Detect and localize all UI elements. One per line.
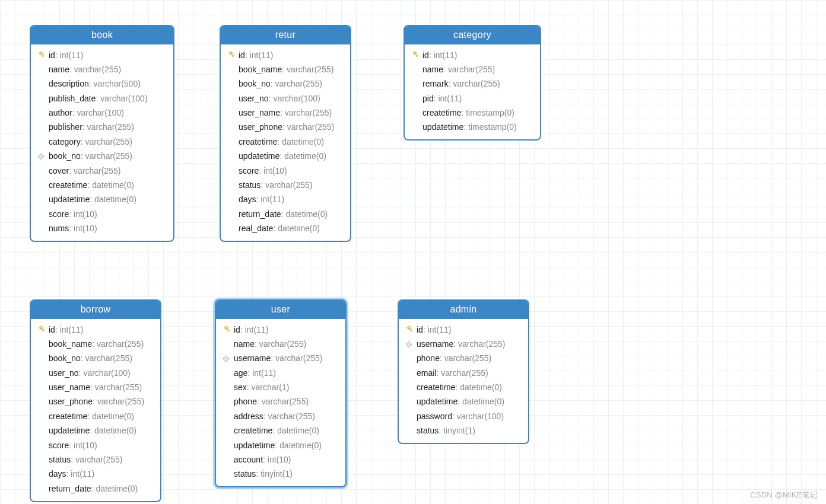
table-header[interactable]: category [405, 26, 540, 44]
column-type: : int(11) [66, 470, 94, 479]
column-name: name [422, 65, 443, 74]
column-name: createtime [49, 412, 87, 421]
column-row[interactable]: publisher: varchar(255) [36, 120, 167, 135]
column-row[interactable]: category: varchar(255) [36, 135, 167, 149]
column-type: : int(11) [423, 326, 451, 334]
column-row[interactable]: days: int(11) [36, 467, 154, 481]
column-row[interactable]: pid: int(11) [409, 91, 534, 106]
column-row[interactable]: book_no: varchar(255) [36, 149, 167, 164]
column-row[interactable]: createtime: datetime(0) [36, 178, 167, 193]
column-row[interactable]: user_no: varchar(100) [225, 91, 344, 106]
column-row[interactable]: nums: int(10) [36, 222, 167, 236]
column-row[interactable]: real_date: datetime(0) [225, 222, 344, 236]
column-type: : int(11) [256, 195, 284, 204]
table-borrow[interactable]: borrowid: int(11)book_name: varchar(255)… [30, 299, 161, 502]
column-row[interactable]: score: int(10) [36, 207, 167, 221]
column-row[interactable]: id: int(11) [221, 323, 339, 337]
svg-marker-4 [38, 154, 44, 160]
column-row[interactable]: password: varchar(100) [404, 409, 522, 423]
column-row[interactable]: user_phone: varchar(255) [36, 395, 154, 409]
column-row[interactable]: user_name: varchar(255) [225, 106, 344, 120]
index-icon [36, 153, 46, 160]
column-row[interactable]: book_no: varchar(255) [225, 77, 344, 91]
column-name: publish_date [49, 94, 96, 103]
column-row[interactable]: sex: varchar(1) [221, 381, 339, 395]
column-row[interactable]: name: varchar(255) [409, 62, 534, 76]
column-name: book_no [49, 152, 81, 161]
column-row[interactable]: email: varchar(255) [404, 366, 522, 380]
column-row[interactable]: days: int(11) [225, 193, 344, 207]
column-row[interactable]: user_phone: varchar(255) [225, 120, 344, 135]
column-type: : tinyint(1) [439, 426, 475, 435]
column-row[interactable]: updatetime: datetime(0) [225, 149, 344, 164]
column-name: author [49, 109, 72, 117]
column-row[interactable]: name: varchar(255) [36, 62, 167, 76]
column-type: : int(11) [429, 51, 457, 60]
column-row[interactable]: cover: varchar(255) [36, 164, 167, 178]
column-row[interactable]: user_name: varchar(255) [36, 381, 154, 395]
column-type: : varchar(255) [271, 354, 322, 363]
column-row[interactable]: createtime: datetime(0) [36, 409, 154, 423]
column-row[interactable]: return_date: datetime(0) [36, 481, 154, 496]
column-row[interactable]: user_no: varchar(100) [36, 366, 154, 380]
column-row[interactable]: createtime: datetime(0) [225, 135, 344, 149]
column-name: name [234, 340, 255, 349]
column-row[interactable]: updatetime: datetime(0) [221, 438, 339, 452]
index-icon [404, 341, 414, 348]
column-row[interactable]: address: varchar(255) [221, 409, 339, 423]
table-category[interactable]: categoryid: int(11)name: varchar(255)rem… [404, 25, 541, 141]
column-row[interactable]: status: varchar(255) [225, 178, 344, 193]
column-type: : varchar(255) [440, 354, 491, 363]
column-row[interactable]: book_name: varchar(255) [36, 337, 154, 351]
column-name: return_date [239, 210, 281, 219]
table-book[interactable]: bookid: int(11)name: varchar(255)descrip… [30, 25, 174, 242]
column-row[interactable]: updatetime: datetime(0) [404, 395, 522, 409]
column-row[interactable]: status: tinyint(1) [404, 424, 522, 438]
column-row[interactable]: book_name: varchar(255) [225, 62, 344, 76]
column-type: : int(11) [247, 369, 275, 378]
column-row[interactable]: id: int(11) [36, 48, 167, 62]
column-type: : int(10) [69, 210, 97, 219]
column-row[interactable]: status: varchar(255) [36, 453, 154, 467]
column-row[interactable]: age: int(11) [221, 366, 339, 380]
column-row[interactable]: createtime: datetime(0) [404, 381, 522, 395]
column-row[interactable]: status: tinyint(1) [221, 467, 339, 481]
column-row[interactable]: id: int(11) [225, 48, 344, 62]
column-row[interactable]: account: int(10) [221, 453, 339, 467]
svg-rect-20 [227, 330, 228, 331]
table-retur[interactable]: returid: int(11)book_name: varchar(255)b… [220, 25, 351, 242]
column-row[interactable]: updatetime: datetime(0) [36, 424, 154, 438]
column-name: updatetime [417, 397, 458, 406]
table-user[interactable]: userid: int(11)name: varchar(255)usernam… [215, 299, 347, 487]
column-row[interactable]: book_no: varchar(255) [36, 352, 154, 366]
column-row[interactable]: username: varchar(255) [404, 337, 522, 351]
column-row[interactable]: score: int(10) [225, 164, 344, 178]
table-header[interactable]: book [31, 26, 173, 44]
column-row[interactable]: score: int(10) [36, 438, 154, 452]
column-row[interactable]: createtime: timestamp(0) [409, 106, 534, 120]
column-row[interactable]: id: int(11) [409, 48, 534, 62]
column-row[interactable]: phone: varchar(255) [221, 395, 339, 409]
column-row[interactable]: id: int(11) [36, 323, 154, 337]
column-row[interactable]: phone: varchar(255) [404, 352, 522, 366]
column-row[interactable]: name: varchar(255) [221, 337, 339, 351]
column-name: createtime [49, 181, 87, 190]
column-row[interactable]: updatetime: timestamp(0) [409, 120, 534, 135]
table-header[interactable]: retur [221, 26, 350, 44]
column-row[interactable]: author: varchar(100) [36, 106, 167, 120]
table-header[interactable]: borrow [31, 301, 160, 319]
table-admin[interactable]: adminid: int(11)username: varchar(255)ph… [398, 299, 529, 444]
watermark-text: CSDN @MIKE笔记 [750, 490, 818, 500]
column-name: sex [234, 383, 247, 392]
column-row[interactable]: remark: varchar(255) [409, 77, 534, 91]
column-row[interactable]: return_date: datetime(0) [225, 207, 344, 221]
column-row[interactable]: publish_date: varchar(100) [36, 91, 167, 106]
column-row[interactable]: updatetime: datetime(0) [36, 193, 167, 207]
column-row[interactable]: description: varchar(500) [36, 77, 167, 91]
column-row[interactable]: username: varchar(255) [221, 352, 339, 366]
table-header[interactable]: admin [399, 301, 528, 319]
column-row[interactable]: id: int(11) [404, 323, 522, 337]
column-row[interactable]: createtime: datetime(0) [221, 424, 339, 438]
table-header[interactable]: user [216, 301, 345, 319]
column-name: cover [49, 167, 69, 176]
